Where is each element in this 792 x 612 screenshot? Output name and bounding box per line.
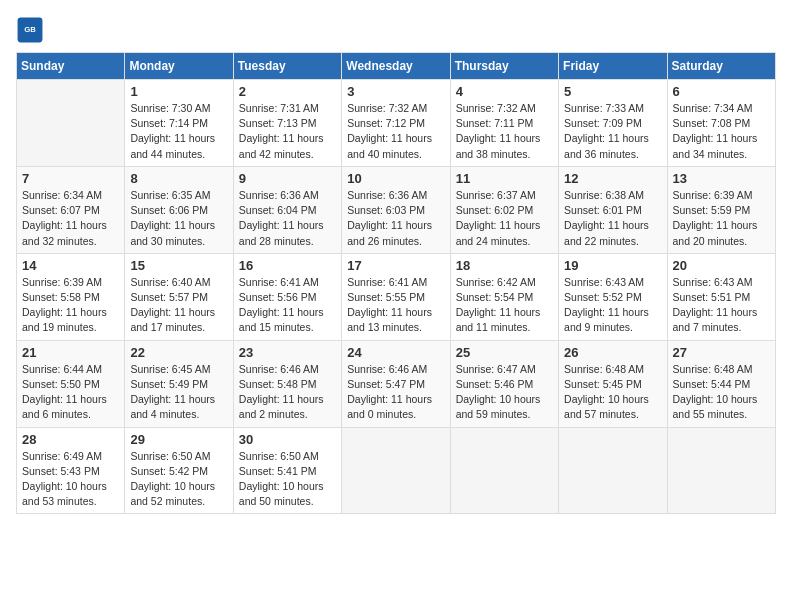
calendar-cell: 7Sunrise: 6:34 AMSunset: 6:07 PMDaylight… (17, 166, 125, 253)
day-number: 12 (564, 171, 661, 186)
day-number: 8 (130, 171, 227, 186)
weekday-header: Wednesday (342, 53, 450, 80)
day-number: 26 (564, 345, 661, 360)
day-info: Sunrise: 6:50 AMSunset: 5:42 PMDaylight:… (130, 449, 227, 510)
day-info: Sunrise: 6:36 AMSunset: 6:04 PMDaylight:… (239, 188, 336, 249)
calendar-cell (559, 427, 667, 514)
calendar-cell: 4Sunrise: 7:32 AMSunset: 7:11 PMDaylight… (450, 80, 558, 167)
day-info: Sunrise: 6:41 AMSunset: 5:55 PMDaylight:… (347, 275, 444, 336)
calendar-cell: 24Sunrise: 6:46 AMSunset: 5:47 PMDayligh… (342, 340, 450, 427)
calendar-cell: 25Sunrise: 6:47 AMSunset: 5:46 PMDayligh… (450, 340, 558, 427)
day-number: 22 (130, 345, 227, 360)
day-number: 15 (130, 258, 227, 273)
calendar-cell: 2Sunrise: 7:31 AMSunset: 7:13 PMDaylight… (233, 80, 341, 167)
calendar-body: 1Sunrise: 7:30 AMSunset: 7:14 PMDaylight… (17, 80, 776, 514)
calendar-cell: 30Sunrise: 6:50 AMSunset: 5:41 PMDayligh… (233, 427, 341, 514)
page-header: GB (16, 16, 776, 44)
day-number: 25 (456, 345, 553, 360)
day-info: Sunrise: 6:34 AMSunset: 6:07 PMDaylight:… (22, 188, 119, 249)
calendar-cell: 20Sunrise: 6:43 AMSunset: 5:51 PMDayligh… (667, 253, 775, 340)
calendar-cell: 17Sunrise: 6:41 AMSunset: 5:55 PMDayligh… (342, 253, 450, 340)
day-number: 6 (673, 84, 770, 99)
calendar-cell: 23Sunrise: 6:46 AMSunset: 5:48 PMDayligh… (233, 340, 341, 427)
day-info: Sunrise: 7:34 AMSunset: 7:08 PMDaylight:… (673, 101, 770, 162)
day-info: Sunrise: 7:31 AMSunset: 7:13 PMDaylight:… (239, 101, 336, 162)
calendar-cell: 11Sunrise: 6:37 AMSunset: 6:02 PMDayligh… (450, 166, 558, 253)
day-info: Sunrise: 6:40 AMSunset: 5:57 PMDaylight:… (130, 275, 227, 336)
weekday-header: Friday (559, 53, 667, 80)
weekday-header: Tuesday (233, 53, 341, 80)
svg-text:GB: GB (24, 25, 36, 34)
day-info: Sunrise: 6:39 AMSunset: 5:59 PMDaylight:… (673, 188, 770, 249)
day-info: Sunrise: 6:37 AMSunset: 6:02 PMDaylight:… (456, 188, 553, 249)
calendar-header-row: SundayMondayTuesdayWednesdayThursdayFrid… (17, 53, 776, 80)
calendar-cell: 8Sunrise: 6:35 AMSunset: 6:06 PMDaylight… (125, 166, 233, 253)
day-number: 10 (347, 171, 444, 186)
calendar-cell: 18Sunrise: 6:42 AMSunset: 5:54 PMDayligh… (450, 253, 558, 340)
calendar-cell (667, 427, 775, 514)
calendar-cell: 10Sunrise: 6:36 AMSunset: 6:03 PMDayligh… (342, 166, 450, 253)
weekday-header: Sunday (17, 53, 125, 80)
calendar-cell: 14Sunrise: 6:39 AMSunset: 5:58 PMDayligh… (17, 253, 125, 340)
calendar-cell: 19Sunrise: 6:43 AMSunset: 5:52 PMDayligh… (559, 253, 667, 340)
weekday-header: Saturday (667, 53, 775, 80)
day-info: Sunrise: 7:33 AMSunset: 7:09 PMDaylight:… (564, 101, 661, 162)
day-number: 19 (564, 258, 661, 273)
day-info: Sunrise: 6:45 AMSunset: 5:49 PMDaylight:… (130, 362, 227, 423)
day-number: 4 (456, 84, 553, 99)
day-number: 7 (22, 171, 119, 186)
calendar-cell (342, 427, 450, 514)
day-info: Sunrise: 6:35 AMSunset: 6:06 PMDaylight:… (130, 188, 227, 249)
day-number: 24 (347, 345, 444, 360)
calendar-table: SundayMondayTuesdayWednesdayThursdayFrid… (16, 52, 776, 514)
day-info: Sunrise: 6:48 AMSunset: 5:45 PMDaylight:… (564, 362, 661, 423)
day-number: 21 (22, 345, 119, 360)
logo: GB (16, 16, 48, 44)
day-number: 1 (130, 84, 227, 99)
day-info: Sunrise: 6:46 AMSunset: 5:48 PMDaylight:… (239, 362, 336, 423)
day-number: 18 (456, 258, 553, 273)
logo-icon: GB (16, 16, 44, 44)
day-info: Sunrise: 6:47 AMSunset: 5:46 PMDaylight:… (456, 362, 553, 423)
day-number: 23 (239, 345, 336, 360)
calendar-cell: 3Sunrise: 7:32 AMSunset: 7:12 PMDaylight… (342, 80, 450, 167)
day-number: 16 (239, 258, 336, 273)
calendar-cell: 13Sunrise: 6:39 AMSunset: 5:59 PMDayligh… (667, 166, 775, 253)
calendar-cell: 5Sunrise: 7:33 AMSunset: 7:09 PMDaylight… (559, 80, 667, 167)
day-number: 17 (347, 258, 444, 273)
calendar-week-row: 7Sunrise: 6:34 AMSunset: 6:07 PMDaylight… (17, 166, 776, 253)
day-number: 14 (22, 258, 119, 273)
day-info: Sunrise: 6:39 AMSunset: 5:58 PMDaylight:… (22, 275, 119, 336)
day-number: 27 (673, 345, 770, 360)
day-number: 20 (673, 258, 770, 273)
day-info: Sunrise: 6:50 AMSunset: 5:41 PMDaylight:… (239, 449, 336, 510)
calendar-cell (450, 427, 558, 514)
day-info: Sunrise: 7:32 AMSunset: 7:11 PMDaylight:… (456, 101, 553, 162)
calendar-cell (17, 80, 125, 167)
calendar-cell: 12Sunrise: 6:38 AMSunset: 6:01 PMDayligh… (559, 166, 667, 253)
calendar-cell: 27Sunrise: 6:48 AMSunset: 5:44 PMDayligh… (667, 340, 775, 427)
calendar-cell: 28Sunrise: 6:49 AMSunset: 5:43 PMDayligh… (17, 427, 125, 514)
calendar-cell: 6Sunrise: 7:34 AMSunset: 7:08 PMDaylight… (667, 80, 775, 167)
day-number: 5 (564, 84, 661, 99)
day-number: 29 (130, 432, 227, 447)
day-number: 11 (456, 171, 553, 186)
day-number: 30 (239, 432, 336, 447)
day-info: Sunrise: 7:32 AMSunset: 7:12 PMDaylight:… (347, 101, 444, 162)
calendar-cell: 9Sunrise: 6:36 AMSunset: 6:04 PMDaylight… (233, 166, 341, 253)
day-info: Sunrise: 6:46 AMSunset: 5:47 PMDaylight:… (347, 362, 444, 423)
calendar-cell: 16Sunrise: 6:41 AMSunset: 5:56 PMDayligh… (233, 253, 341, 340)
calendar-cell: 26Sunrise: 6:48 AMSunset: 5:45 PMDayligh… (559, 340, 667, 427)
calendar-week-row: 21Sunrise: 6:44 AMSunset: 5:50 PMDayligh… (17, 340, 776, 427)
day-info: Sunrise: 6:43 AMSunset: 5:51 PMDaylight:… (673, 275, 770, 336)
calendar-week-row: 1Sunrise: 7:30 AMSunset: 7:14 PMDaylight… (17, 80, 776, 167)
day-info: Sunrise: 6:43 AMSunset: 5:52 PMDaylight:… (564, 275, 661, 336)
day-info: Sunrise: 6:44 AMSunset: 5:50 PMDaylight:… (22, 362, 119, 423)
weekday-header: Monday (125, 53, 233, 80)
day-info: Sunrise: 6:41 AMSunset: 5:56 PMDaylight:… (239, 275, 336, 336)
calendar-cell: 1Sunrise: 7:30 AMSunset: 7:14 PMDaylight… (125, 80, 233, 167)
weekday-header: Thursday (450, 53, 558, 80)
day-number: 13 (673, 171, 770, 186)
day-number: 28 (22, 432, 119, 447)
calendar-cell: 15Sunrise: 6:40 AMSunset: 5:57 PMDayligh… (125, 253, 233, 340)
